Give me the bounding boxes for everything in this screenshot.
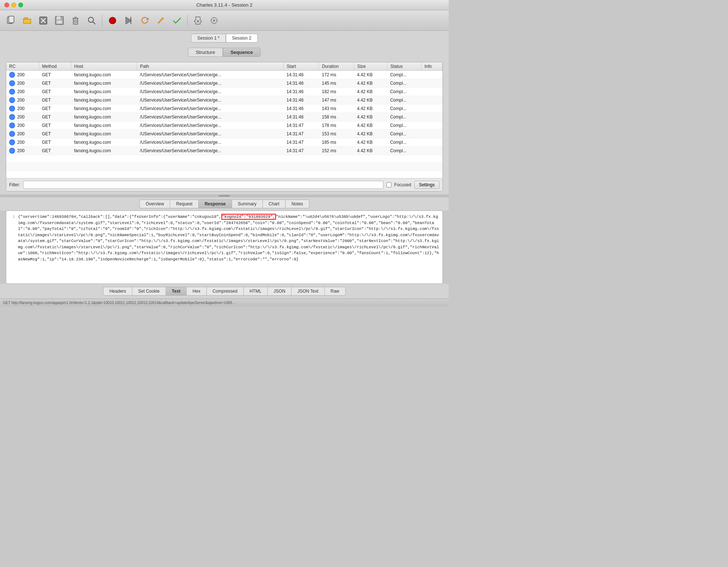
cell-path: /UServices/UserService/UserService/ge... [137,105,284,113]
cell-duration: 143 ms [319,105,354,113]
filter-input[interactable] [23,181,383,189]
tools-button[interactable] [191,13,205,28]
cell-path: /UServices/UserService/UserService/ge... [137,71,284,79]
table-row-empty [6,155,442,163]
save-button[interactable] [52,13,67,28]
cell-duration: 152 ms [319,147,354,155]
cell-rc: 200 [6,130,39,138]
table-row[interactable]: 200 GET fanxing.kugou.com /UServices/Use… [6,79,442,88]
text-tab[interactable]: Text [166,287,187,296]
globe-icon [9,89,15,95]
minimize-button[interactable] [11,3,16,7]
cell-duration: 178 ms [319,121,354,130]
close-button[interactable] [4,3,9,7]
hex-tab[interactable]: Hex [186,287,206,296]
cell-status: Compl... [387,138,421,147]
cell-rc: 200 [6,138,39,147]
cell-info [422,96,442,105]
throttle-button[interactable] [121,13,136,28]
globe-icon [9,72,15,78]
close-file-button[interactable] [36,13,51,28]
cell-status: Compl... [387,79,421,88]
cell-start: 14:31:46 [283,88,319,96]
table-row[interactable]: 200 GET fanxing.kugou.com /UServices/Use… [6,121,442,130]
table-row[interactable]: 200 GET fanxing.kugou.com /UServices/Use… [6,71,442,79]
record-button[interactable] [105,13,120,28]
cell-status: Compl... [387,113,421,121]
overview-tab[interactable]: Overview [139,200,170,208]
svg-rect-6 [57,17,60,19]
globe-icon [9,106,15,111]
json-tab[interactable]: JSON [267,287,291,296]
json-text-tab[interactable]: JSON Text [291,287,324,296]
cell-start: 14:31:47 [283,130,319,138]
cell-method: GET [39,71,71,79]
structure-tab[interactable]: Structure [188,48,223,57]
compressed-tab[interactable]: Compressed [206,287,243,296]
edit-button[interactable] [154,13,168,28]
cell-size: 4.42 KB [354,105,387,113]
cell-path: /UServices/UserService/UserService/ge... [137,113,284,121]
panel-divider[interactable] [0,194,449,197]
trash-button[interactable] [68,13,83,28]
refresh-button[interactable] [137,13,152,28]
table-row[interactable]: 200 GET fanxing.kugou.com /UServices/Use… [6,105,442,113]
col-rc: RC [6,62,39,71]
response-text: {"servertime":1489386704,"callback":[],"… [18,214,440,262]
cell-method: GET [39,130,71,138]
table-row[interactable]: 200 GET fanxing.kugou.com /UServices/Use… [6,130,442,138]
preferences-button[interactable] [207,13,221,28]
maximize-button[interactable] [18,3,23,7]
settings-button[interactable]: Settings [414,181,440,189]
find-button[interactable] [84,13,99,28]
cell-size: 4.42 KB [354,71,387,79]
cell-path: /UServices/UserService/UserService/ge... [137,96,284,105]
svg-point-21 [197,20,199,22]
cell-path: /UServices/UserService/UserService/ge... [137,138,284,147]
html-tab[interactable]: HTML [243,287,268,296]
table-row[interactable]: 200 GET fanxing.kugou.com /UServices/Use… [6,138,442,147]
cell-info [422,113,442,121]
open-button[interactable] [20,13,34,28]
session-tab-1[interactable]: Session 1 * [191,34,226,43]
check-button[interactable] [170,13,184,28]
divider-handle [219,195,230,197]
chart-tab[interactable]: Chart [262,200,285,208]
sequence-tab[interactable]: Sequence [223,48,261,57]
table-row[interactable]: 200 GET fanxing.kugou.com /UServices/Use… [6,96,442,105]
cell-duration: 172 ms [319,71,354,79]
cell-status: Compl... [387,71,421,79]
raw-tab[interactable]: Raw [324,287,346,296]
cell-method: GET [39,147,71,155]
cell-start: 14:31:47 [283,147,319,155]
filter-label: Filter: [9,182,20,187]
col-path: Path [137,62,284,71]
cell-start: 14:31:46 [283,96,319,105]
set-cookie-tab[interactable]: Set Cookie [132,287,166,296]
toolbar-separator-1 [102,15,102,26]
table-row[interactable]: 200 GET fanxing.kugou.com /UServices/Use… [6,147,442,155]
response-tab[interactable]: Response [198,200,231,208]
globe-icon [9,148,15,154]
table-row[interactable]: 200 GET fanxing.kugou.com /UServices/Use… [6,88,442,96]
title-bar: Charles 3.11.4 - Session 2 [0,0,449,10]
cell-host: fanxing.kugou.com [71,121,137,130]
svg-point-16 [109,17,116,24]
cell-info [422,130,442,138]
table-row[interactable]: 200 GET fanxing.kugou.com /UServices/Use… [6,113,442,121]
cell-host: fanxing.kugou.com [71,71,137,79]
summary-tab[interactable]: Summary [232,200,262,208]
cell-status: Compl... [387,130,421,138]
request-tab[interactable]: Request [170,200,198,208]
status-text: GET http://fanxing.kugou.com/appapi/v1.0… [3,301,235,305]
new-session-button[interactable] [4,13,18,28]
cell-host: fanxing.kugou.com [71,105,137,113]
session-tab-2[interactable]: Session 2 [226,34,258,43]
globe-icon [9,114,15,120]
headers-tab[interactable]: Headers [103,287,132,296]
cell-size: 4.42 KB [354,130,387,138]
focused-checkbox[interactable] [386,182,391,187]
cell-host: fanxing.kugou.com [71,147,137,155]
notes-tab[interactable]: Notes [285,200,309,208]
cell-status: Compl... [387,88,421,96]
